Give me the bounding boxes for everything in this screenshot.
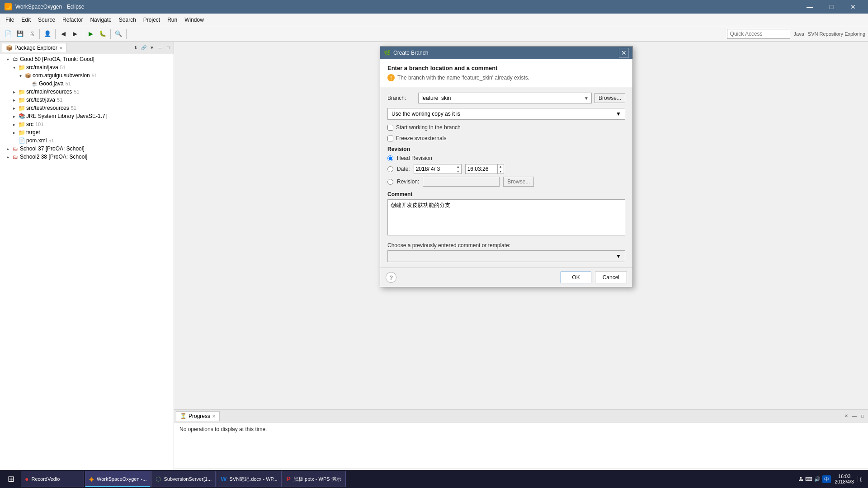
close-button[interactable]: ✕	[843, 0, 863, 14]
tree-arrow-school2[interactable]: ▸	[5, 155, 11, 160]
progress-tab[interactable]: ⏳ Progress ✕	[176, 411, 220, 421]
tree-arrow-src-test-java[interactable]: ▸	[11, 98, 17, 103]
panel-tab-controls: ⬇ 🔗 ▼ — □	[132, 44, 172, 52]
comment-select-dropdown[interactable]: ▼	[387, 250, 625, 262]
time-spin-down[interactable]: ▼	[498, 169, 504, 174]
comment-textarea[interactable]: 创建开发皮肤功能的分支	[387, 199, 625, 235]
date-input[interactable]	[414, 164, 455, 174]
progress-close-icon[interactable]: ✕	[212, 414, 216, 419]
ok-button[interactable]: OK	[561, 272, 591, 283]
tree-item-src-test-resources[interactable]: ▸ 📁 src/test/resources 51	[0, 104, 174, 112]
forward-button[interactable]: ▶	[70, 28, 80, 39]
tree-item-src[interactable]: ▸ 📁 src 101	[0, 120, 174, 128]
cancel-button[interactable]: Cancel	[595, 272, 627, 283]
progress-clear-btn[interactable]: ✕	[843, 413, 850, 420]
taskbar-subversion-icon: ⬡	[156, 475, 161, 483]
checkbox-freeze-externals-input[interactable]	[387, 136, 393, 141]
tree-item-good50[interactable]: ▾ 🗂 Good 50 [ProOA, Trunk: Good]	[0, 55, 174, 63]
taskbar-eclipse[interactable]: ◈ WorkSpaceOxygen -...	[85, 471, 151, 487]
radio-head-revision-input[interactable]	[387, 155, 393, 161]
save-button[interactable]: 💾	[14, 28, 25, 39]
minimize-panel-btn[interactable]: —	[156, 44, 164, 52]
revision-text-field[interactable]	[423, 177, 500, 187]
tree-arrow-jre[interactable]: ▸	[11, 114, 17, 119]
tree-item-pom[interactable]: ▸ 📄 pom.xml 51	[0, 136, 174, 145]
revision-browse-button[interactable]: Browse...	[503, 177, 534, 187]
branch-browse-button[interactable]: Browse...	[594, 93, 625, 103]
tree-item-target[interactable]: ▸ 📁 target	[0, 128, 174, 136]
help-button[interactable]: ?	[386, 272, 396, 283]
view-menu-btn[interactable]: ▼	[148, 44, 156, 52]
tree-item-school2[interactable]: ▸ 🗂 School2 38 [ProOA: School]	[0, 153, 174, 161]
maximize-button[interactable]: □	[821, 0, 842, 14]
tree-item-package[interactable]: ▾ 📦 com.atguigu.subversion 51	[0, 71, 174, 80]
start-button[interactable]: ⊞	[2, 471, 20, 487]
working-copy-dropdown[interactable]: Use the working copy as it is ▼	[387, 108, 625, 120]
taskbar-wps-pptx[interactable]: P 黑板.pptx - WPS 演示	[283, 471, 346, 487]
time-input[interactable]	[466, 164, 497, 174]
tree-arrow-package[interactable]: ▾	[17, 73, 24, 78]
taskbar-recordvedio[interactable]: ● RecordVedio	[21, 471, 84, 487]
menu-edit[interactable]: Edit	[18, 15, 34, 25]
tree-item-school37[interactable]: ▸ 🗂 School 37 [ProOA: School]	[0, 145, 174, 153]
new-button[interactable]: 📄	[3, 28, 14, 39]
checkbox-start-working-input[interactable]	[387, 125, 393, 131]
user-button[interactable]: 👤	[42, 28, 53, 39]
package-explorer-tab[interactable]: 📦 Package Explorer ✕	[2, 43, 67, 52]
quick-access-input[interactable]	[727, 29, 790, 39]
taskbar-subversion[interactable]: ⬡ SubversionServer[1...	[151, 471, 216, 487]
taskbar-wps-docx[interactable]: W SVN笔记.docx - WP...	[217, 471, 281, 487]
tree-item-src-test-java[interactable]: ▸ 📁 src/test/java 51	[0, 96, 174, 104]
menu-file[interactable]: File	[2, 15, 18, 25]
menu-source[interactable]: Source	[34, 15, 59, 25]
taskbar-input-lang[interactable]: 中	[822, 475, 831, 483]
progress-tab-bar: ⏳ Progress ✕ ✕ — □	[174, 410, 868, 422]
date-spin-down[interactable]: ▼	[455, 169, 461, 174]
tree-arrow-good50[interactable]: ▾	[5, 57, 11, 62]
folder-icon-src-main-resources: 📁	[18, 88, 25, 95]
progress-minimize-btn[interactable]: —	[851, 413, 858, 420]
branch-combo[interactable]: feature_skin ▼	[418, 93, 592, 103]
tree-arrow-src-main-java[interactable]: ▾	[11, 65, 17, 70]
date-spin-up[interactable]: ▲	[455, 164, 461, 169]
menu-search[interactable]: Search	[115, 15, 140, 25]
tree-arrow-src[interactable]: ▸	[11, 122, 17, 127]
tree-label-target: target	[26, 129, 40, 136]
minimize-button[interactable]: —	[799, 0, 820, 14]
collapse-all-btn[interactable]: ⬇	[132, 44, 139, 52]
comment-dropdown-label: Choose a previously entered comment or t…	[387, 242, 625, 249]
menu-navigate[interactable]: Navigate	[86, 15, 115, 25]
menu-refactor[interactable]: Refactor	[59, 15, 86, 25]
time-spin-up[interactable]: ▲	[498, 164, 504, 169]
tree-arrow-target[interactable]: ▸	[11, 130, 17, 135]
main-area: 📦 Package Explorer ✕ ⬇ 🔗 ▼ — □ ▾ 🗂	[0, 42, 868, 478]
tree-label-good50: Good 50 [ProOA, Trunk: Good]	[20, 56, 94, 62]
tree-arrow-src-test-resources[interactable]: ▸	[11, 106, 17, 111]
radio-revision-input[interactable]	[387, 179, 393, 185]
dialog-close-button[interactable]: ✕	[619, 48, 629, 58]
maximize-panel-btn[interactable]: □	[165, 44, 172, 52]
tree-item-src-main-java[interactable]: ▾ 📁 src/main/java 51	[0, 63, 174, 71]
tree-arrow-src-main-resources[interactable]: ▸	[11, 89, 17, 94]
tree-item-jre[interactable]: ▸ 📚 JRE System Library [JavaSE-1.7]	[0, 112, 174, 120]
tree-arrow-school37[interactable]: ▸	[5, 146, 11, 151]
search-button[interactable]: 🔍	[113, 28, 124, 39]
debug-button[interactable]: 🐛	[97, 28, 108, 39]
menu-run[interactable]: Run	[164, 15, 181, 25]
print-button[interactable]: 🖨	[26, 28, 37, 39]
taskbar-show-desktop[interactable]: ▯	[858, 476, 863, 482]
tree-item-src-main-resources[interactable]: ▸ 📁 src/main/resources 51	[0, 88, 174, 96]
package-explorer-close-icon[interactable]: ✕	[59, 46, 63, 51]
run-button[interactable]: ▶	[85, 28, 96, 39]
tree-item-goodjava[interactable]: ▸ ☕ Good.java 51	[0, 80, 174, 88]
menu-window[interactable]: Window	[181, 15, 208, 25]
tree-label-src: src	[26, 121, 33, 127]
svn-perspective-tab[interactable]: SVN Repository Exploring	[808, 31, 865, 37]
dialog-header-title: Enter a branch location and a comment	[387, 65, 625, 71]
back-button[interactable]: ◀	[58, 28, 69, 39]
link-with-editor-btn[interactable]: 🔗	[140, 44, 147, 52]
menu-project[interactable]: Project	[140, 15, 164, 25]
java-perspective-tab[interactable]: Java	[794, 31, 804, 37]
progress-maximize-btn[interactable]: □	[859, 413, 866, 420]
radio-date-input[interactable]	[387, 166, 393, 172]
